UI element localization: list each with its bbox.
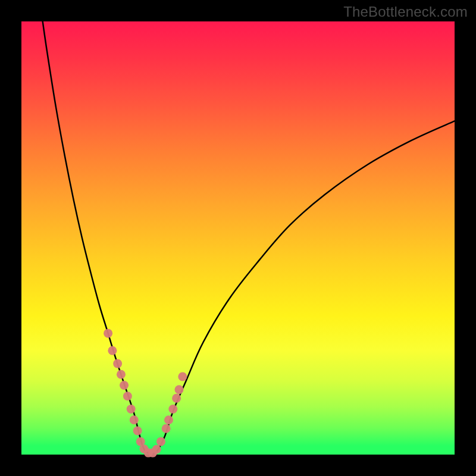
data-marker — [168, 405, 177, 414]
data-marker — [120, 381, 129, 390]
data-marker — [178, 372, 187, 381]
data-marker — [123, 392, 132, 400]
chart-overlay — [21, 21, 455, 455]
data-marker — [127, 405, 136, 414]
data-marker — [164, 415, 173, 424]
data-marker — [104, 329, 112, 338]
watermark-text: TheBottleneck.com — [343, 4, 468, 20]
data-marker — [117, 370, 126, 379]
data-marker — [152, 445, 161, 454]
marker-group — [104, 329, 187, 458]
data-marker — [113, 359, 122, 368]
bottleneck-curve — [43, 21, 455, 454]
data-marker — [156, 437, 165, 446]
chart-frame: TheBottleneck.com — [0, 0, 476, 476]
data-marker — [174, 385, 183, 394]
data-marker — [133, 426, 142, 435]
data-marker — [162, 424, 171, 433]
data-marker — [172, 394, 181, 403]
data-marker — [130, 415, 139, 424]
data-marker — [108, 346, 117, 355]
